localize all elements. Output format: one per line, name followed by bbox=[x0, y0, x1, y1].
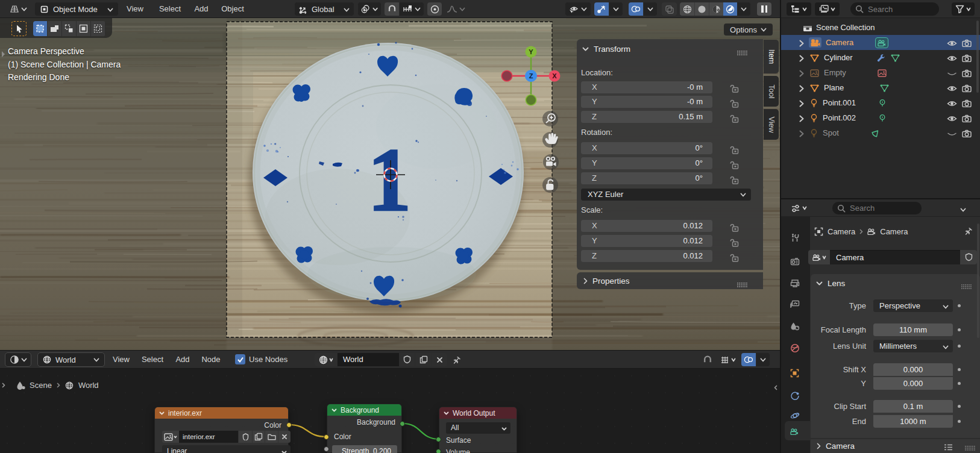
svg-text:Y: Y bbox=[529, 48, 533, 55]
svg-text:Z: Z bbox=[529, 72, 533, 80]
svg-text:X: X bbox=[552, 72, 557, 80]
svg-text:1: 1 bbox=[368, 130, 412, 230]
